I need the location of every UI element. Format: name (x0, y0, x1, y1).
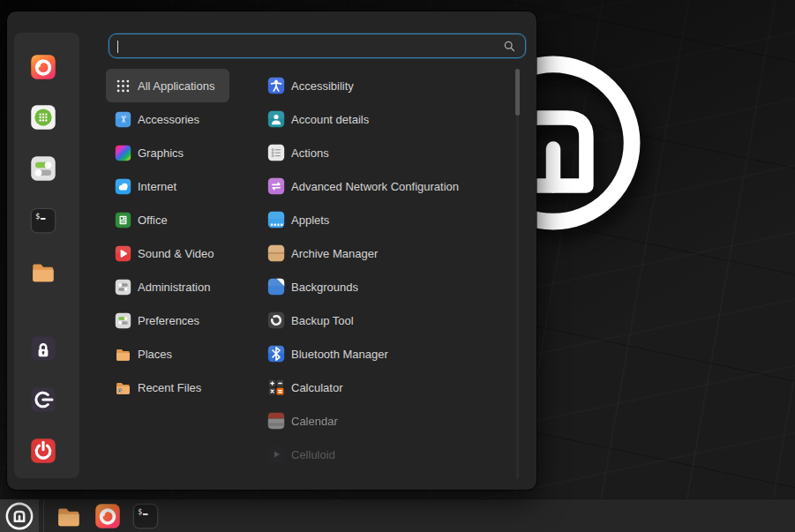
firefox-icon (94, 503, 121, 529)
application-list: AccessibilityAccount detailsActionsAdvan… (251, 69, 516, 471)
category-label: Office (138, 214, 168, 227)
category-item[interactable]: Places (106, 337, 229, 371)
app-item[interactable]: Backgrounds (251, 270, 516, 303)
app-item[interactable]: Backup Tool (251, 303, 516, 337)
category-label: Graphics (138, 146, 184, 160)
recent-files-icon (115, 379, 131, 396)
terminal-icon: $ (132, 503, 159, 529)
app-item[interactable]: Bluetooth Manager (251, 337, 516, 371)
search-bar[interactable] (109, 34, 526, 58)
backgrounds-icon (267, 278, 285, 296)
app-label: Backup Tool (291, 314, 354, 327)
folder-icon (115, 346, 131, 363)
category-label: Places (138, 348, 172, 361)
category-label: Internet (138, 180, 176, 193)
calculator-icon (267, 378, 285, 396)
system-settings-icon (30, 155, 56, 182)
app-label: Celluloid (291, 448, 335, 461)
category-label: Accessories (138, 113, 199, 126)
search-input[interactable] (109, 40, 502, 53)
archive-manager-icon (267, 244, 285, 262)
preferences-icon (115, 312, 131, 329)
app-label: Advanced Network Configuration (291, 180, 459, 193)
folder-icon (30, 259, 56, 285)
category-item[interactable]: Preferences (106, 303, 229, 337)
app-item[interactable]: Applets (251, 203, 516, 236)
search-icon (502, 39, 517, 54)
actions-icon (267, 144, 285, 161)
favorite-software-manager-button[interactable] (30, 104, 56, 131)
mint-logo-icon (5, 502, 34, 530)
launcher-terminal-button[interactable]: $ (132, 503, 159, 529)
category-item[interactable]: Sound & Video (106, 236, 229, 270)
calendar-icon (267, 412, 285, 430)
app-item[interactable]: Actions (251, 136, 516, 169)
taskbar-separator (43, 499, 44, 532)
app-label: Bluetooth Manager (291, 348, 388, 361)
app-label: Account details (291, 113, 369, 126)
scrollbar-thumb[interactable] (515, 69, 520, 116)
category-item[interactable]: All Applications (106, 69, 229, 102)
app-label: Actions (291, 146, 329, 160)
all-applications-icon (115, 78, 131, 94)
internet-icon (115, 178, 131, 195)
svg-text:✂: ✂ (117, 115, 129, 123)
app-label: Calculator (291, 381, 343, 394)
shutdown-button[interactable] (30, 438, 56, 464)
category-label: Recent Files (138, 381, 201, 394)
bluetooth-manager-icon (267, 345, 285, 363)
category-item[interactable]: Graphics (106, 136, 229, 169)
lock-screen-button[interactable] (30, 335, 56, 362)
category-list: All Applications✂AccessoriesGraphicsInte… (106, 69, 229, 404)
app-item[interactable]: Account details (251, 102, 516, 136)
favorite-terminal-button[interactable]: $ (30, 207, 56, 234)
menu-button[interactable] (0, 499, 39, 532)
app-item[interactable]: Celluloid (251, 438, 516, 471)
accessibility-icon (267, 77, 285, 94)
launcher-files-button[interactable] (56, 503, 82, 529)
category-item[interactable]: Administration (106, 270, 229, 303)
account-details-icon (267, 110, 285, 128)
office-icon (115, 212, 131, 229)
category-item[interactable]: Internet (106, 169, 229, 203)
category-label: Sound & Video (138, 247, 214, 260)
logout-icon (30, 386, 56, 413)
svg-text:$: $ (35, 212, 40, 221)
app-item[interactable]: Advanced Network Configuration (251, 169, 516, 203)
app-label: Accessibility (291, 79, 354, 93)
favorite-system-settings-button[interactable] (30, 155, 56, 182)
category-label: All Applications (138, 79, 214, 93)
app-item[interactable]: Calendar (251, 404, 516, 438)
taskbar: $ (0, 498, 795, 532)
launcher-firefox-button[interactable] (94, 503, 121, 529)
app-item[interactable]: Accessibility (251, 69, 516, 102)
svg-text:$: $ (138, 507, 142, 516)
celluloid-icon (267, 446, 285, 463)
category-label: Administration (138, 281, 210, 294)
sound-video-icon (115, 245, 131, 262)
favorites-sidebar: $ (14, 33, 79, 478)
software-manager-icon (30, 104, 56, 131)
app-item[interactable]: Calculator (251, 371, 516, 404)
advanced-network-icon (267, 177, 285, 195)
category-item[interactable]: Recent Files (106, 371, 229, 404)
power-icon (30, 438, 56, 464)
logout-button[interactable] (30, 386, 56, 413)
lock-icon (30, 335, 56, 362)
app-item[interactable]: Archive Manager (251, 236, 516, 270)
app-label: Backgrounds (291, 281, 358, 294)
applets-icon (267, 211, 285, 229)
favorite-files-button[interactable] (30, 259, 56, 285)
administration-icon (115, 279, 131, 296)
accessories-icon: ✂ (115, 111, 131, 128)
text-caret (117, 41, 118, 53)
firefox-icon (30, 54, 56, 80)
category-item[interactable]: ✂Accessories (106, 102, 229, 136)
category-label: Preferences (138, 314, 199, 327)
app-label: Calendar (291, 415, 338, 428)
graphics-icon (115, 145, 131, 161)
category-item[interactable]: Office (106, 203, 229, 236)
application-menu: $ All Applications✂AccessoriesGraphicsIn… (7, 11, 536, 490)
app-label: Archive Manager (291, 247, 378, 260)
favorite-firefox-button[interactable] (30, 54, 56, 80)
